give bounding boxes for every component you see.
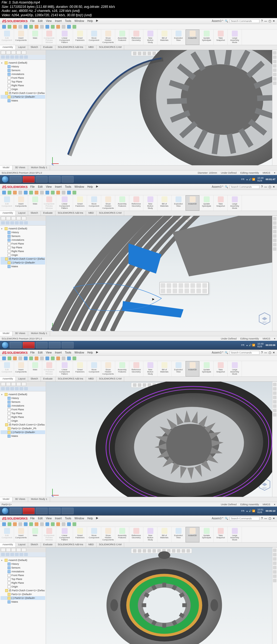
menu-file[interactable]: File [30, 351, 35, 354]
taskpane-icon[interactable] [273, 383, 276, 386]
menu-edit[interactable]: Edit [38, 517, 42, 520]
tray-lang[interactable]: FR [241, 178, 244, 181]
ribbon-show[interactable]: ShowHiddenComponents [101, 527, 115, 542]
qat-button[interactable] [24, 522, 28, 526]
qat-button[interactable] [51, 356, 55, 360]
ribbon-take[interactable]: TakeSnapshot [214, 361, 228, 377]
ribbon-new[interactable]: NewMotionStudy [143, 527, 157, 542]
qat-button[interactable] [13, 356, 17, 360]
tree-item[interactable]: Right Plane [1, 415, 45, 419]
qat-button[interactable] [62, 191, 65, 194]
taskbar-app[interactable] [36, 342, 48, 348]
ribbon-exploded[interactable]: ExplodedView [172, 361, 186, 377]
qat-button[interactable] [56, 191, 60, 194]
ribbon-bill-of[interactable]: Bill ofMaterials [157, 527, 172, 542]
taskpane-icon[interactable] [273, 574, 276, 578]
viewport[interactable]: SEF ➤ [46, 216, 277, 331]
taskpane-icon[interactable] [273, 387, 276, 391]
menu-help[interactable]: Help [87, 351, 93, 354]
taskbar-app[interactable] [62, 176, 74, 183]
ribbon-assembly[interactable]: AssemblyFeatures [115, 361, 129, 377]
tab-mbd[interactable]: MBD [86, 45, 97, 50]
tab-evaluate[interactable]: Evaluate [41, 211, 55, 216]
start-button[interactable] [2, 176, 9, 183]
taskpane-icon[interactable] [273, 391, 276, 395]
qat-button[interactable] [18, 191, 22, 194]
ribbon-show[interactable]: ShowHiddenComponents [101, 29, 115, 45]
btab-3d-views[interactable]: 3D Views [12, 166, 28, 170]
tray-icons[interactable]: ▴ 🔊 📶 [246, 178, 255, 181]
qat-button[interactable] [67, 191, 71, 194]
ribbon-assembly[interactable]: AssemblyFeatures [115, 527, 129, 542]
help-icon[interactable]: ? [261, 351, 263, 354]
tab-sketch[interactable]: Sketch [28, 211, 41, 216]
tree-tab[interactable] [6, 382, 11, 386]
taskpane-icon[interactable] [273, 230, 276, 233]
tab-sketch[interactable]: Sketch [28, 377, 41, 381]
tab-sketch[interactable]: Sketch [28, 45, 41, 50]
ribbon-linear-component[interactable]: Linear ComponentPattern [56, 195, 73, 211]
taskbar-app[interactable] [62, 342, 74, 348]
taskpane-icon[interactable] [273, 55, 276, 59]
tree-tool-icon[interactable] [19, 387, 23, 390]
close-icon[interactable]: ✕ [273, 517, 275, 520]
ribbon-large[interactable]: LargeAssemblyMode [228, 527, 242, 542]
taskpane-icon[interactable] [273, 396, 276, 399]
qat-button[interactable] [45, 25, 49, 29]
tree-tab[interactable] [1, 548, 6, 552]
ribbon-large[interactable]: LargeAssemblyMode [228, 361, 242, 377]
qat-button[interactable] [2, 25, 6, 29]
ribbon-update[interactable]: UpdateSpeedpak [200, 195, 214, 211]
viewport[interactable]: SEF [46, 382, 277, 497]
qat-button[interactable] [35, 191, 38, 194]
ribbon-bill-of[interactable]: Bill ofMaterials [157, 29, 172, 45]
ctx-icon[interactable] [190, 289, 195, 293]
ribbon-exploded[interactable]: ExplodedView [172, 29, 186, 45]
tree-item[interactable]: Annotations [1, 570, 45, 573]
menu-expand-icon[interactable]: ⯈ [96, 19, 99, 22]
qat-button[interactable] [45, 522, 49, 526]
ribbon-update[interactable]: UpdateSpeedpak [200, 527, 214, 542]
start-button[interactable] [2, 507, 9, 514]
tree-tool-icon[interactable] [1, 55, 5, 59]
tree-item[interactable]: (-) Part1<1> (Default< [1, 261, 45, 265]
taskbar-app[interactable] [23, 342, 35, 348]
ribbon-insert[interactable]: InsertComponents [14, 361, 28, 377]
ribbon-large[interactable]: LargeAssemblyMode [228, 195, 242, 211]
taskpane-icon[interactable] [273, 226, 276, 229]
qat-button[interactable] [8, 522, 11, 526]
tree-tool-icon[interactable] [10, 553, 14, 556]
menu-help[interactable]: Help [87, 517, 93, 520]
tree-tab[interactable] [16, 216, 21, 220]
taskbar-app[interactable] [10, 176, 22, 183]
btab-motion-study-1[interactable]: Motion Study 1 [28, 166, 50, 170]
expand-icon[interactable]: ▸ [1, 227, 4, 230]
qat-button[interactable] [67, 25, 71, 29]
menu-tools[interactable]: Tools [65, 19, 71, 22]
maximize-icon[interactable]: ▢ [269, 517, 271, 520]
ribbon-reference[interactable]: ReferenceGeometry [129, 527, 143, 542]
expand-icon[interactable]: ▸ [1, 559, 4, 562]
tree-item[interactable]: Front Plane [1, 408, 45, 411]
tree-tool-icon[interactable] [19, 221, 23, 224]
qat-button[interactable] [29, 356, 33, 360]
qat-button[interactable] [8, 191, 11, 194]
tree-tab[interactable] [1, 51, 6, 54]
tree-item[interactable]: ▸Assem3 (Default) [1, 558, 45, 562]
tree-tab[interactable] [11, 216, 16, 220]
ribbon-show[interactable]: ShowHiddenComponents [101, 361, 115, 377]
tree-item[interactable]: History [1, 562, 45, 566]
tree-tab[interactable] [6, 51, 11, 54]
ribbon-bill-of[interactable]: Bill ofMaterials [157, 361, 172, 377]
ribbon-reference[interactable]: ReferenceGeometry [129, 195, 143, 211]
qat-button[interactable] [35, 25, 38, 29]
tree-tab[interactable] [16, 51, 21, 54]
ribbon-large[interactable]: LargeAssemblyMode [228, 29, 242, 45]
tree-tab[interactable] [6, 216, 11, 220]
taskpane-icon[interactable] [273, 234, 276, 238]
taskbar-app[interactable] [23, 508, 35, 514]
ribbon-move[interactable]: MoveComponent [87, 195, 101, 211]
tab-evaluate[interactable]: Evaluate [41, 543, 55, 547]
menu-window[interactable]: Window [74, 19, 84, 22]
taskbar-app[interactable] [62, 508, 74, 514]
